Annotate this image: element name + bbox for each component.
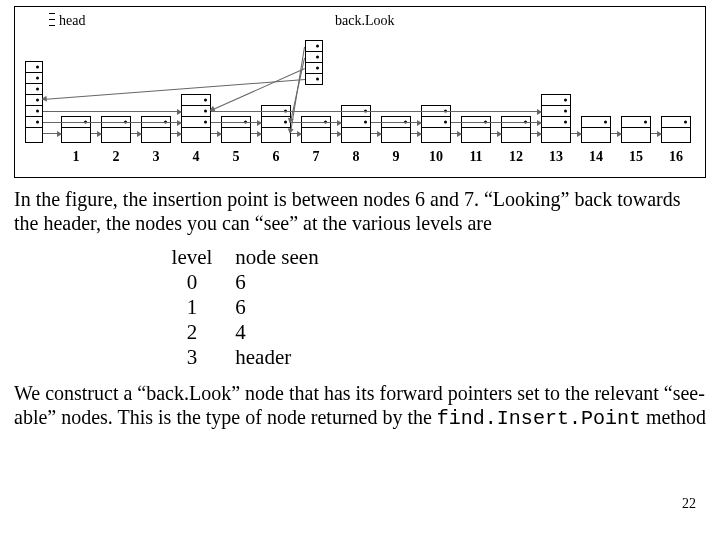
forward-pointer — [571, 133, 581, 134]
forward-pointer — [451, 133, 461, 134]
forward-pointer — [611, 133, 621, 134]
forward-pointer — [43, 133, 61, 134]
table-row: 3 header — [164, 345, 706, 370]
skip-node-6 — [261, 106, 291, 143]
node-number: 2 — [101, 149, 131, 165]
page-number: 22 — [682, 496, 696, 512]
forward-pointer — [451, 122, 541, 123]
backlook-pointer — [290, 57, 305, 121]
figure-label-backlook: back.Look — [335, 13, 394, 29]
forward-pointer — [291, 122, 341, 123]
table-row: 2 4 — [164, 320, 706, 345]
forward-pointer — [491, 133, 501, 134]
table-row: 1 6 — [164, 295, 706, 320]
node-number: 12 — [501, 149, 531, 165]
forward-pointer — [211, 111, 541, 112]
node-number: 5 — [221, 149, 251, 165]
node-number: 1 — [61, 149, 91, 165]
forward-pointer — [43, 111, 181, 112]
table-header-level: level — [164, 245, 220, 270]
skip-node-15 — [621, 117, 651, 143]
node-number: 14 — [581, 149, 611, 165]
skip-node-8 — [341, 106, 371, 143]
node-number: 10 — [421, 149, 451, 165]
node-number: 6 — [261, 149, 291, 165]
node-number: 16 — [661, 149, 691, 165]
figure-label-head: head — [59, 13, 85, 29]
paragraph-1: In the figure, the insertion point is be… — [14, 188, 706, 235]
level-seen-table: level node seen 0 6 1 6 2 4 3 header — [164, 245, 706, 370]
node-number: 8 — [341, 149, 371, 165]
head-node — [25, 62, 55, 143]
forward-pointer — [251, 133, 261, 134]
forward-pointer — [411, 133, 421, 134]
backlook-pointer — [43, 79, 305, 100]
table-row: 0 6 — [164, 270, 706, 295]
forward-pointer — [371, 133, 381, 134]
forward-pointer — [371, 122, 421, 123]
skiplist-figure: headback.Look12345678910111213141516 — [14, 6, 706, 178]
code-method-name: find.Insert.Point — [437, 407, 641, 430]
forward-pointer — [131, 133, 141, 134]
forward-pointer — [531, 133, 541, 134]
node-number: 13 — [541, 149, 571, 165]
skip-node-10 — [421, 106, 451, 143]
node-number: 7 — [301, 149, 331, 165]
table-header-row: level node seen — [164, 245, 706, 270]
backlook-node — [305, 41, 335, 85]
skip-node-4 — [181, 95, 211, 143]
node-number: 15 — [621, 149, 651, 165]
node-number: 3 — [141, 149, 171, 165]
table-header-seen: node seen — [225, 245, 345, 270]
skip-node-16 — [661, 117, 691, 143]
forward-pointer — [211, 133, 221, 134]
forward-pointer — [171, 133, 181, 134]
skip-node-13 — [541, 95, 571, 143]
forward-pointer — [43, 122, 181, 123]
node-number: 11 — [461, 149, 491, 165]
forward-pointer — [331, 133, 341, 134]
forward-pointer — [211, 122, 261, 123]
paragraph-2: We construct a “back.Look” node that has… — [14, 382, 706, 430]
skip-node-14 — [581, 117, 611, 143]
node-number: 4 — [181, 149, 211, 165]
node-number: 9 — [381, 149, 411, 165]
forward-pointer — [91, 133, 101, 134]
forward-pointer — [651, 133, 661, 134]
